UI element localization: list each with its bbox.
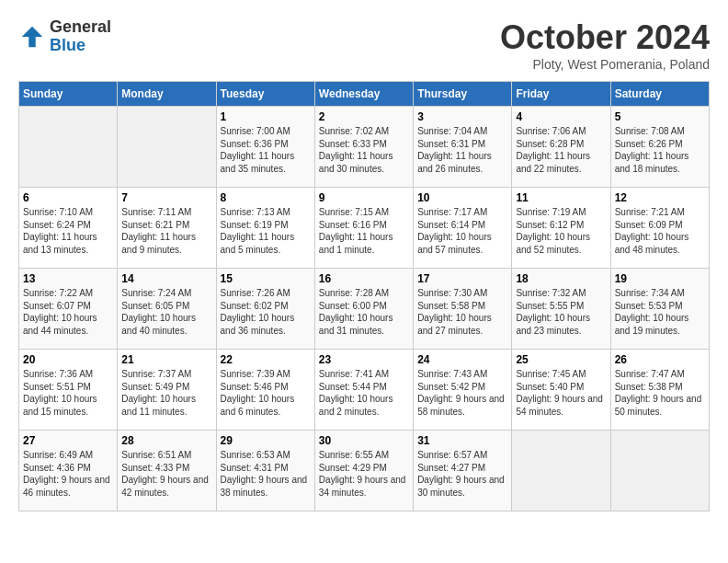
day-number: 5: [615, 110, 705, 123]
logo-blue: Blue: [50, 37, 111, 55]
calendar-cell: 3Sunrise: 7:04 AM Sunset: 6:31 PM Daylig…: [414, 107, 512, 188]
day-info: Sunrise: 6:57 AM Sunset: 4:27 PM Dayligh…: [417, 449, 507, 499]
day-info: Sunrise: 7:32 AM Sunset: 5:55 PM Dayligh…: [516, 287, 606, 337]
calendar-cell: 2Sunrise: 7:02 AM Sunset: 6:33 PM Daylig…: [314, 107, 413, 188]
day-info: Sunrise: 7:19 AM Sunset: 6:12 PM Dayligh…: [516, 206, 606, 256]
day-info: Sunrise: 7:21 AM Sunset: 6:09 PM Dayligh…: [615, 206, 705, 256]
day-info: Sunrise: 7:39 AM Sunset: 5:46 PM Dayligh…: [221, 368, 311, 418]
calendar-cell: [512, 431, 610, 511]
day-info: Sunrise: 7:30 AM Sunset: 5:58 PM Dayligh…: [417, 287, 507, 337]
day-info: Sunrise: 7:36 AM Sunset: 5:51 PM Dayligh…: [23, 368, 113, 418]
day-info: Sunrise: 7:43 AM Sunset: 5:42 PM Dayligh…: [417, 368, 507, 418]
day-info: Sunrise: 7:06 AM Sunset: 6:28 PM Dayligh…: [516, 125, 606, 175]
day-info: Sunrise: 7:37 AM Sunset: 5:49 PM Dayligh…: [121, 368, 211, 418]
day-info: Sunrise: 7:22 AM Sunset: 6:07 PM Dayligh…: [23, 287, 113, 337]
day-info: Sunrise: 7:28 AM Sunset: 6:00 PM Dayligh…: [319, 287, 409, 337]
location-subtitle: Ploty, West Pomerania, Poland: [500, 57, 710, 72]
day-number: 8: [221, 191, 311, 204]
logo-icon: [18, 23, 46, 51]
page-header: General Blue October 2024 Ploty, West Po…: [18, 18, 710, 72]
calendar-cell: 10Sunrise: 7:17 AM Sunset: 6:14 PM Dayli…: [414, 188, 512, 269]
day-number: 28: [121, 434, 211, 447]
calendar-week-2: 6Sunrise: 7:10 AM Sunset: 6:24 PM Daylig…: [19, 188, 710, 269]
day-of-week-saturday: Saturday: [610, 82, 709, 107]
day-info: Sunrise: 7:41 AM Sunset: 5:44 PM Dayligh…: [319, 368, 409, 418]
day-number: 21: [121, 353, 211, 366]
day-info: Sunrise: 7:26 AM Sunset: 6:02 PM Dayligh…: [221, 287, 311, 337]
day-number: 17: [417, 272, 507, 285]
day-info: Sunrise: 6:51 AM Sunset: 4:33 PM Dayligh…: [121, 449, 211, 499]
calendar-cell: 31Sunrise: 6:57 AM Sunset: 4:27 PM Dayli…: [414, 431, 512, 511]
calendar-cell: 15Sunrise: 7:26 AM Sunset: 6:02 PM Dayli…: [216, 269, 314, 350]
day-number: 7: [121, 191, 211, 204]
calendar-cell: 19Sunrise: 7:34 AM Sunset: 5:53 PM Dayli…: [610, 269, 709, 350]
day-number: 9: [319, 191, 409, 204]
logo-text: General Blue: [50, 18, 111, 55]
day-info: Sunrise: 7:17 AM Sunset: 6:14 PM Dayligh…: [417, 206, 507, 256]
day-info: Sunrise: 7:47 AM Sunset: 5:38 PM Dayligh…: [615, 368, 705, 418]
calendar-cell: 9Sunrise: 7:15 AM Sunset: 6:16 PM Daylig…: [314, 188, 413, 269]
calendar-cell: 20Sunrise: 7:36 AM Sunset: 5:51 PM Dayli…: [19, 350, 118, 431]
day-info: Sunrise: 6:53 AM Sunset: 4:31 PM Dayligh…: [221, 449, 311, 499]
day-number: 15: [221, 272, 311, 285]
days-of-week-row: SundayMondayTuesdayWednesdayThursdayFrid…: [19, 82, 710, 107]
day-info: Sunrise: 7:34 AM Sunset: 5:53 PM Dayligh…: [615, 287, 705, 337]
day-info: Sunrise: 7:08 AM Sunset: 6:26 PM Dayligh…: [615, 125, 705, 175]
day-number: 25: [516, 353, 606, 366]
title-block: October 2024 Ploty, West Pomerania, Pola…: [500, 18, 710, 72]
calendar-week-4: 20Sunrise: 7:36 AM Sunset: 5:51 PM Dayli…: [19, 350, 710, 431]
day-number: 1: [221, 110, 311, 123]
day-number: 2: [319, 110, 409, 123]
calendar-cell: 17Sunrise: 7:30 AM Sunset: 5:58 PM Dayli…: [414, 269, 512, 350]
calendar-cell: 8Sunrise: 7:13 AM Sunset: 6:19 PM Daylig…: [216, 188, 314, 269]
calendar-week-5: 27Sunrise: 6:49 AM Sunset: 4:36 PM Dayli…: [19, 431, 710, 511]
day-of-week-monday: Monday: [118, 82, 216, 107]
calendar-cell: 1Sunrise: 7:00 AM Sunset: 6:36 PM Daylig…: [216, 107, 314, 188]
day-number: 19: [615, 272, 705, 285]
calendar-cell: 12Sunrise: 7:21 AM Sunset: 6:09 PM Dayli…: [610, 188, 709, 269]
day-number: 13: [23, 272, 113, 285]
calendar-cell: 21Sunrise: 7:37 AM Sunset: 5:49 PM Dayli…: [118, 350, 216, 431]
calendar-cell: 26Sunrise: 7:47 AM Sunset: 5:38 PM Dayli…: [610, 350, 709, 431]
calendar-cell: 24Sunrise: 7:43 AM Sunset: 5:42 PM Dayli…: [414, 350, 512, 431]
day-number: 10: [417, 191, 507, 204]
calendar-week-3: 13Sunrise: 7:22 AM Sunset: 6:07 PM Dayli…: [19, 269, 710, 350]
logo-general: General: [50, 18, 111, 37]
calendar-cell: 6Sunrise: 7:10 AM Sunset: 6:24 PM Daylig…: [19, 188, 118, 269]
calendar-cell: [118, 107, 216, 188]
day-number: 31: [417, 434, 507, 447]
day-info: Sunrise: 7:00 AM Sunset: 6:36 PM Dayligh…: [221, 125, 311, 175]
calendar-cell: 29Sunrise: 6:53 AM Sunset: 4:31 PM Dayli…: [216, 431, 314, 511]
calendar-cell: 30Sunrise: 6:55 AM Sunset: 4:29 PM Dayli…: [314, 431, 413, 511]
day-number: 27: [23, 434, 113, 447]
calendar-cell: 13Sunrise: 7:22 AM Sunset: 6:07 PM Dayli…: [19, 269, 118, 350]
day-info: Sunrise: 7:02 AM Sunset: 6:33 PM Dayligh…: [319, 125, 409, 175]
calendar-cell: 14Sunrise: 7:24 AM Sunset: 6:05 PM Dayli…: [118, 269, 216, 350]
day-of-week-wednesday: Wednesday: [314, 82, 413, 107]
calendar-cell: 27Sunrise: 6:49 AM Sunset: 4:36 PM Dayli…: [19, 431, 118, 511]
day-info: Sunrise: 7:24 AM Sunset: 6:05 PM Dayligh…: [121, 287, 211, 337]
calendar-cell: 18Sunrise: 7:32 AM Sunset: 5:55 PM Dayli…: [512, 269, 610, 350]
calendar-body: 1Sunrise: 7:00 AM Sunset: 6:36 PM Daylig…: [19, 107, 710, 511]
day-of-week-friday: Friday: [512, 82, 610, 107]
logo: General Blue: [18, 18, 111, 55]
day-number: 18: [516, 272, 606, 285]
day-number: 11: [516, 191, 606, 204]
calendar-cell: 4Sunrise: 7:06 AM Sunset: 6:28 PM Daylig…: [512, 107, 610, 188]
day-number: 29: [221, 434, 311, 447]
day-info: Sunrise: 7:13 AM Sunset: 6:19 PM Dayligh…: [221, 206, 311, 256]
day-number: 24: [417, 353, 507, 366]
day-number: 16: [319, 272, 409, 285]
day-info: Sunrise: 7:45 AM Sunset: 5:40 PM Dayligh…: [516, 368, 606, 418]
calendar-cell: [19, 107, 118, 188]
day-number: 4: [516, 110, 606, 123]
day-number: 6: [23, 191, 113, 204]
calendar-cell: 22Sunrise: 7:39 AM Sunset: 5:46 PM Dayli…: [216, 350, 314, 431]
day-of-week-sunday: Sunday: [19, 82, 118, 107]
day-info: Sunrise: 7:04 AM Sunset: 6:31 PM Dayligh…: [417, 125, 507, 175]
day-number: 12: [615, 191, 705, 204]
calendar-week-1: 1Sunrise: 7:00 AM Sunset: 6:36 PM Daylig…: [19, 107, 710, 188]
day-number: 23: [319, 353, 409, 366]
day-of-week-tuesday: Tuesday: [216, 82, 314, 107]
day-number: 14: [121, 272, 211, 285]
